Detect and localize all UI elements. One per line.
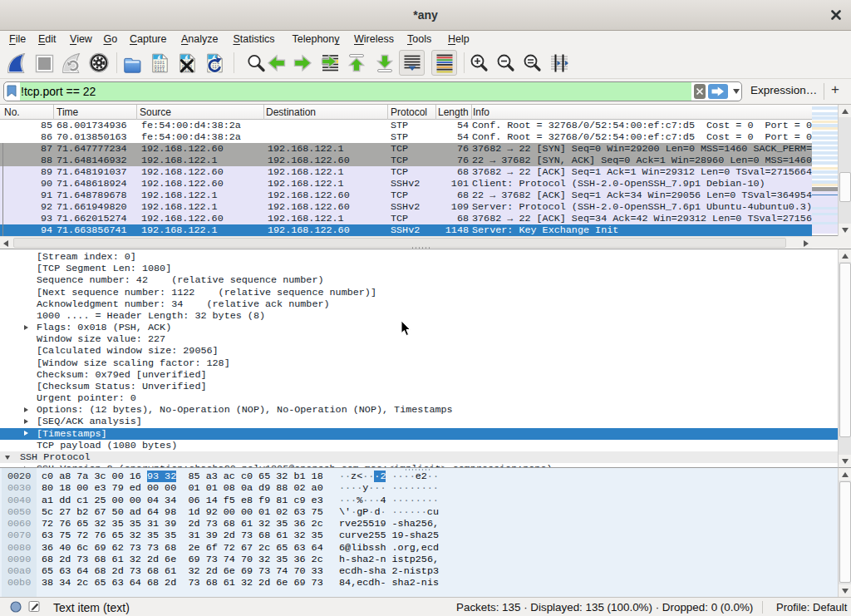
svg-text:0111: 0111 — [155, 68, 165, 73]
